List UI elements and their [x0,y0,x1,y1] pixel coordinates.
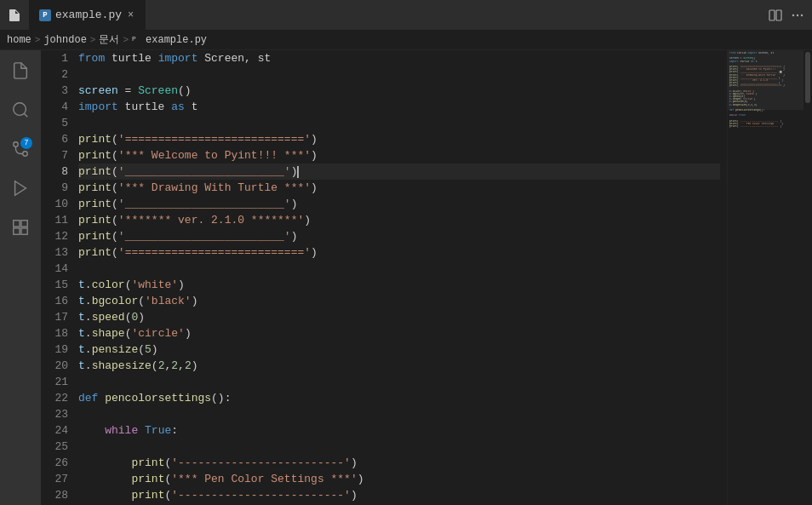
token: ( [138,341,145,358]
python-file-icon: P [39,9,51,21]
token: '-------------------------' [171,455,351,471]
line-number-9: 9 [48,180,68,196]
line-number-5: 5 [48,115,68,131]
token: '________________________' [118,228,291,244]
token: ) [311,180,317,196]
title-bar: P example.py × [0,0,812,30]
breadcrumb-home[interactable]: home [7,34,31,46]
code-line-14 [78,261,720,277]
token: '________________________' [118,164,291,180]
code-line-24: while True: [78,422,720,439]
token: t [78,293,85,309]
token: '===========================' [118,244,311,261]
code-line-27: print('*** Pen Color Settings ***') [78,471,720,487]
tab-example-py[interactable]: P example.py × [29,0,146,30]
activity-search-icon[interactable] [3,93,37,127]
line-number-8: 8 [48,164,68,180]
line-number-14: 14 [48,261,68,277]
line-number-16: 16 [48,293,68,309]
code-line-5 [78,115,720,131]
token: 'circle' [131,325,184,341]
activity-extensions-icon[interactable] [3,210,37,244]
code-line-20: t.shapesize(2,2,2) [78,358,720,374]
code-line-11: print('******* ver. 2.1.0 *******') [78,212,720,228]
code-line-28: print('-------------------------') [78,487,720,503]
token: : [171,422,178,439]
token: ) [291,164,298,180]
code-line-6: print('===========================') [78,131,720,147]
token: print [131,471,164,487]
new-file-icon[interactable] [7,8,22,23]
svg-marker-9 [15,181,26,196]
line-number-12: 12 [48,228,68,244]
token: ) [152,341,158,358]
code-line-8: print('________________________') [78,164,720,180]
token: ) [351,487,357,503]
tab-close-button[interactable]: × [126,9,135,22]
token: ( [112,212,118,228]
activity-source-control-icon[interactable]: 7 [3,132,37,166]
token: shapesize [92,358,152,374]
code-content[interactable]: from turtle import Screen, st screen = S… [78,50,727,505]
token: ) [311,131,317,147]
breadcrumb-python-icon: P [132,35,142,45]
token: screen [78,83,118,99]
token: ( [164,455,171,471]
token: bgcolor [92,293,139,309]
breadcrumb-bar: home > johndoe > 문서 > P example.py [0,30,812,50]
activity-run-icon[interactable] [3,171,37,205]
code-editor[interactable]: 1234567891011121314151617181920212223242… [41,50,727,505]
token: t [78,325,85,341]
token: '-------------------------' [171,487,351,503]
token: ( [125,309,132,325]
token: color [92,277,125,293]
token: print [78,196,112,212]
line-number-24: 24 [48,422,68,439]
breadcrumb-user[interactable]: johndoe [43,34,86,46]
code-line-3: screen = Screen() [78,83,720,99]
scrollbar-thumb[interactable] [805,52,810,103]
token: from [78,50,105,66]
svg-point-3 [797,14,798,15]
line-number-7: 7 [48,147,68,164]
token [98,390,105,406]
breadcrumb-folder[interactable]: 문서 [99,32,119,47]
breadcrumb-file[interactable]: example.py [146,34,207,46]
token: t [78,358,85,374]
token: ( [164,471,171,487]
line-number-17: 17 [48,309,68,325]
token: t [78,341,85,358]
scrollbar[interactable] [803,50,812,505]
breadcrumb-sep-2: > [90,35,96,45]
activity-files-icon[interactable] [3,54,37,88]
more-actions-icon[interactable] [790,8,805,23]
token: ) [351,455,357,471]
line-number-27: 27 [48,471,68,487]
line-number-18: 18 [48,325,68,341]
split-editor-icon[interactable] [768,8,783,23]
source-control-badge: 7 [20,137,32,149]
code-line-9: print('*** Drawing With Turtle ***') [78,180,720,196]
token [138,422,145,439]
title-bar-right-actions [768,8,805,23]
code-line-15: t.color('white') [78,277,720,293]
svg-point-5 [14,103,26,116]
code-line-13: print('===========================') [78,244,720,261]
token: True [145,422,171,439]
token: import [158,50,198,66]
svg-point-8 [23,152,28,157]
svg-rect-13 [14,228,20,234]
token: def [78,390,98,406]
token: . [85,325,92,341]
minimap[interactable]: from turtle import Screen, stscreen = Sc… [727,50,803,505]
line-number-10: 10 [48,196,68,212]
code-line-25 [78,439,720,455]
token: ( [138,293,145,309]
token: '*** Pen Color Settings ***' [171,471,357,487]
token: ( [164,487,171,503]
code-line-22: def pencolorsettings(): [78,390,720,406]
code-line-17: t.speed(0) [78,309,720,325]
token: , [178,358,185,374]
token: speed [92,309,125,325]
token: ( [125,325,132,341]
